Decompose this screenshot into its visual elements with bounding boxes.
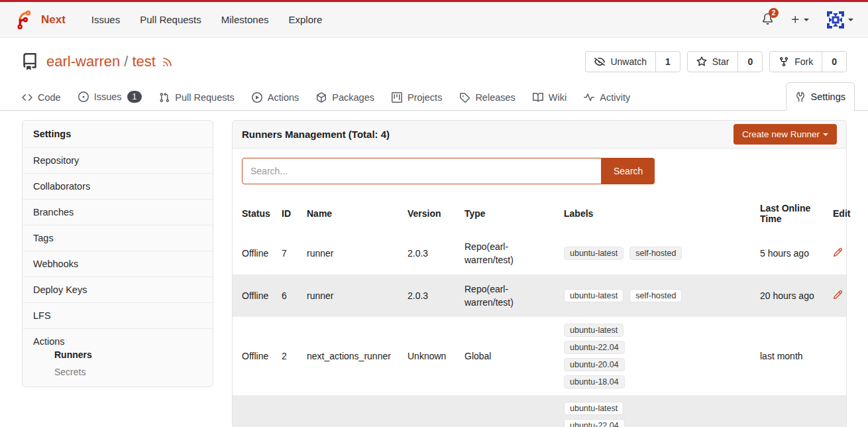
unwatch-button[interactable]: Unwatch1 xyxy=(585,51,680,72)
sidebar-item-collaborators[interactable]: Collaborators xyxy=(23,173,213,199)
brand-label[interactable]: Next xyxy=(41,13,66,27)
tab-actions[interactable]: Actions xyxy=(243,85,308,110)
runner-name: runner xyxy=(300,232,401,274)
star-count[interactable]: 0 xyxy=(737,52,762,72)
runner-status: Offline xyxy=(233,274,275,317)
button-text: Fork xyxy=(794,56,813,67)
navbar-links: IssuesPull RequestsMilestonesExplore xyxy=(81,9,332,30)
fork-label[interactable]: Fork xyxy=(770,52,822,72)
sidebar-item-lfs[interactable]: LFS xyxy=(23,302,213,328)
labels-wrap: ubuntu-latestubuntu-22.04ubuntu-20.04ubu… xyxy=(564,402,690,427)
issue-icon xyxy=(78,91,89,102)
search-input[interactable] xyxy=(242,158,602,184)
repository-icon xyxy=(21,53,38,70)
edit-runner-pencil-icon[interactable] xyxy=(833,247,843,257)
forgejo-logo-icon[interactable] xyxy=(15,10,34,30)
runner-label-pill: ubuntu-18.04 xyxy=(564,375,625,389)
table-row: Offline1next_starter_runnerUnknownGlobal… xyxy=(233,395,846,427)
tab-label: Projects xyxy=(407,92,442,103)
tab-issues[interactable]: Issues1 xyxy=(70,84,151,110)
project-icon xyxy=(392,92,402,103)
book-icon xyxy=(533,92,543,103)
tab-settings[interactable]: Settings xyxy=(786,82,855,111)
sidebar-item-actions[interactable]: Actions xyxy=(33,336,202,347)
runner-label-pill: ubuntu-20.04 xyxy=(564,358,625,371)
repo-name-link[interactable]: test xyxy=(132,53,155,70)
unwatch-count[interactable]: 1 xyxy=(655,52,680,72)
search-button[interactable]: Search xyxy=(602,158,655,184)
runner-last-online: last month xyxy=(753,317,826,395)
sidebar-item-deploy-keys[interactable]: Deploy Keys xyxy=(23,276,213,302)
runner-status: Offline xyxy=(233,232,275,274)
eye-closed-icon xyxy=(594,56,605,67)
runner-labels: ubuntu-latestubuntu-22.04ubuntu-20.04ubu… xyxy=(557,395,753,427)
nav-link-issues[interactable]: Issues xyxy=(81,9,130,30)
tab-label: Packages xyxy=(332,92,374,103)
runner-label-pill: ubuntu-22.04 xyxy=(564,341,625,354)
unwatch-label[interactable]: Unwatch xyxy=(586,52,655,72)
tab-releases[interactable]: Releases xyxy=(451,85,523,110)
runner-labels: ubuntu-latestself-hosted xyxy=(557,274,753,317)
table-row: Offline2next_actions_runnerUnknownGlobal… xyxy=(233,317,846,395)
runner-name: next_starter_runner xyxy=(300,395,401,427)
repo-path-separator: / xyxy=(124,53,128,70)
star-button[interactable]: Star0 xyxy=(687,51,763,72)
notification-count-badge: 2 xyxy=(769,8,779,18)
content: SettingsRepositoryCollaboratorsBranchesT… xyxy=(0,111,868,427)
star-label[interactable]: Star xyxy=(688,52,738,72)
tab-code[interactable]: Code xyxy=(13,85,70,110)
nav-link-milestones[interactable]: Milestones xyxy=(211,9,279,30)
tab-label: Activity xyxy=(600,92,630,103)
fork-button[interactable]: Fork0 xyxy=(769,51,847,72)
navbar-right: 2 xyxy=(762,11,853,29)
play-circle-icon xyxy=(252,92,262,103)
tab-pull-requests[interactable]: Pull Requests xyxy=(150,85,243,110)
runners-panel-body: Search StatusIDNameVersionTypeLabelsLast… xyxy=(232,149,847,427)
table-row: Offline6runner2.0.3Repo(earl-warren/test… xyxy=(233,274,846,317)
tab-count-badge: 1 xyxy=(127,91,142,103)
tab-label: Pull Requests xyxy=(175,92,234,103)
table-header-row: StatusIDNameVersionTypeLabelsLast Online… xyxy=(233,195,846,232)
sidebar-item-webhooks[interactable]: Webhooks xyxy=(23,251,213,276)
runners-table: StatusIDNameVersionTypeLabelsLast Online… xyxy=(233,195,846,427)
edit-runner-pencil-icon[interactable] xyxy=(833,290,843,300)
runner-label-pill: ubuntu-latest xyxy=(564,247,624,260)
column-header-type: Type xyxy=(458,195,557,232)
sidebar-subitem-secrets[interactable]: Secrets xyxy=(33,364,202,381)
runner-label-pill: ubuntu-latest xyxy=(564,324,624,337)
repo-owner-link[interactable]: earl-warren xyxy=(46,53,120,70)
sidebar-item-branches[interactable]: Branches xyxy=(23,199,213,225)
settings-sidebar: SettingsRepositoryCollaboratorsBranchesT… xyxy=(22,120,213,387)
runner-edit-cell xyxy=(826,274,846,317)
sidebar-item-repository[interactable]: Repository xyxy=(23,147,213,173)
create-runner-button[interactable]: Create new Runner xyxy=(733,124,837,145)
tab-activity[interactable]: Activity xyxy=(575,85,639,110)
tab-projects[interactable]: Projects xyxy=(383,85,451,110)
sidebar-subitem-runners[interactable]: Runners xyxy=(33,347,202,364)
runner-label-pill: ubuntu-22.04 xyxy=(564,419,625,427)
rss-icon[interactable] xyxy=(162,56,173,68)
sidebar-header-settings[interactable]: Settings xyxy=(23,121,213,147)
create-runner-label: Create new Runner xyxy=(742,129,820,139)
runner-label-pill: self-hosted xyxy=(629,247,682,260)
tab-label: Issues xyxy=(94,91,122,102)
runner-id: 7 xyxy=(275,232,300,274)
runner-label-pill: ubuntu-latest xyxy=(564,289,624,302)
nav-link-explore[interactable]: Explore xyxy=(278,9,332,30)
star-icon xyxy=(696,56,707,67)
notifications-button[interactable]: 2 xyxy=(762,13,773,27)
tab-packages[interactable]: Packages xyxy=(307,85,383,110)
create-menu-button[interactable] xyxy=(790,15,809,25)
fork-count[interactable]: 0 xyxy=(822,52,846,72)
repo-actions: Unwatch1Star0Fork0 xyxy=(585,51,847,72)
button-text: Star xyxy=(712,56,730,67)
column-header-status: Status xyxy=(233,195,275,232)
tab-label: Settings xyxy=(811,91,845,102)
runner-edit-cell xyxy=(826,395,846,427)
column-header-id: ID xyxy=(275,195,300,232)
search-form: Search xyxy=(242,158,837,184)
user-menu-button[interactable] xyxy=(826,11,853,29)
nav-link-pull-requests[interactable]: Pull Requests xyxy=(130,9,211,30)
sidebar-item-tags[interactable]: Tags xyxy=(23,225,213,251)
tab-wiki[interactable]: Wiki xyxy=(524,85,575,110)
